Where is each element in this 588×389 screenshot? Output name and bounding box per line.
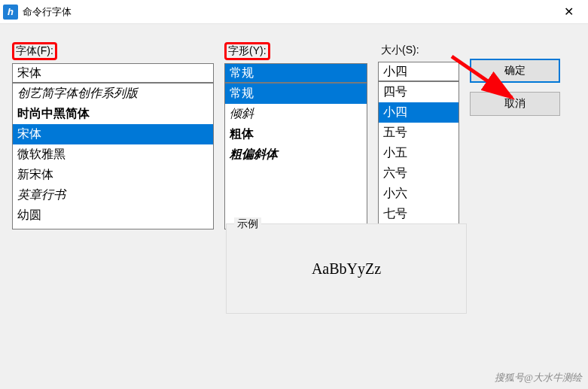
size-label: 大小(S):	[378, 42, 422, 59]
style-label: 字形(Y):	[224, 42, 270, 60]
close-button[interactable]: ✕	[552, 1, 585, 23]
list-item[interactable]: 英章行书	[13, 185, 213, 205]
sample-label: 示例	[234, 217, 261, 231]
font-column: 字体(F): 创艺简字体创作系列版时尚中黑简体宋体微软雅黑新宋体英章行书幼圆造字…	[12, 42, 214, 380]
watermark: 搜狐号@大水牛测绘	[495, 371, 582, 384]
size-input[interactable]	[378, 62, 459, 81]
list-item[interactable]: 粗体	[225, 124, 367, 144]
list-item[interactable]: 常规	[225, 84, 367, 104]
sample-text: AaBbYyZz	[227, 224, 466, 313]
font-listbox[interactable]: 创艺简字体创作系列版时尚中黑简体宋体微软雅黑新宋体英章行书幼圆造字工房俊雅锐宋体…	[12, 83, 214, 229]
list-item[interactable]: 时尚中黑简体	[13, 104, 213, 124]
size-column: 大小(S): 四号小四五号小五六号小六七号八号	[378, 42, 459, 380]
list-item[interactable]: 粗偏斜体	[225, 144, 367, 165]
list-item[interactable]: 倾斜	[225, 104, 367, 124]
size-listbox[interactable]: 四号小四五号小五六号小六七号八号	[378, 81, 459, 228]
ok-button[interactable]: 确定	[470, 59, 560, 83]
dialog-body: 字体(F): 创艺简字体创作系列版时尚中黑简体宋体微软雅黑新宋体英章行书幼圆造字…	[0, 24, 588, 389]
list-item[interactable]: 创艺简字体创作系列版	[13, 84, 213, 104]
list-item[interactable]: 七号	[379, 204, 459, 224]
list-item[interactable]: 微软雅黑	[13, 144, 213, 165]
list-item[interactable]: 幼圆	[13, 205, 213, 226]
style-listbox[interactable]: 常规倾斜粗体粗偏斜体	[224, 83, 367, 229]
list-item[interactable]: 六号	[379, 163, 459, 184]
sample-group: 示例 AaBbYyZz	[226, 223, 467, 314]
close-icon: ✕	[564, 5, 574, 19]
titlebar: h 命令行字体 ✕	[0, 0, 588, 24]
list-item[interactable]: 五号	[379, 123, 459, 143]
style-input[interactable]	[224, 63, 367, 83]
cancel-button[interactable]: 取消	[470, 92, 560, 116]
list-item[interactable]: 宋体	[13, 124, 213, 144]
list-item[interactable]: 小五	[379, 143, 459, 163]
app-icon: h	[3, 5, 18, 20]
style-column: 字形(Y): 常规倾斜粗体粗偏斜体	[224, 42, 367, 380]
list-item[interactable]: 造字工房俊雅锐宋体验版	[13, 226, 213, 229]
buttons-column: 确定 取消	[470, 42, 560, 380]
list-item[interactable]: 新宋体	[13, 165, 213, 185]
list-item[interactable]: 小六	[379, 184, 459, 204]
font-label: 字体(F):	[12, 42, 57, 60]
list-item[interactable]: 小四	[379, 102, 459, 123]
font-input[interactable]	[12, 63, 214, 83]
list-item[interactable]: 四号	[379, 82, 459, 102]
window-title: 命令行字体	[23, 5, 552, 19]
